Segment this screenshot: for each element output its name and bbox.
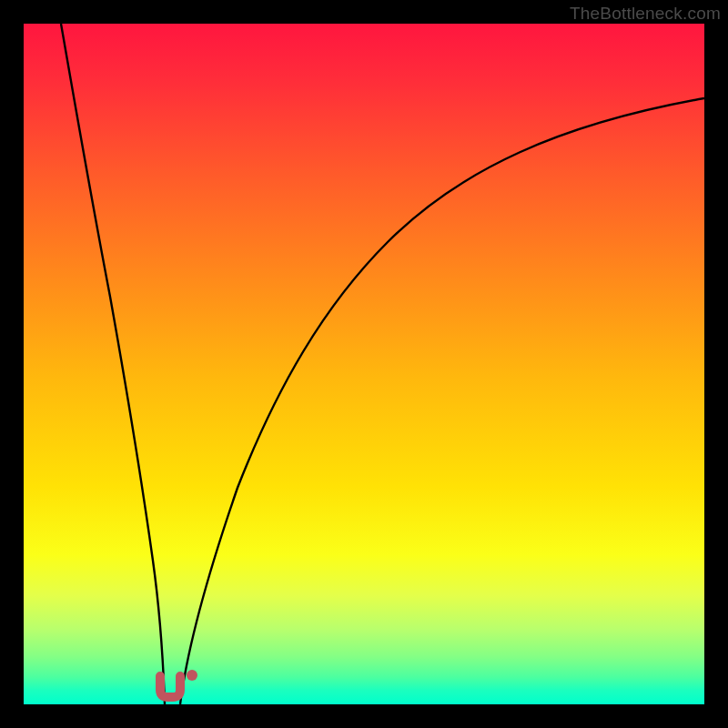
- left-curve: [61, 24, 165, 704]
- watermark-label: TheBottleneck.com: [570, 4, 721, 24]
- u-marker-icon: [160, 676, 180, 697]
- chart-plot-area: [24, 24, 704, 704]
- chart-frame: TheBottleneck.com: [0, 0, 728, 728]
- right-curve: [180, 98, 704, 704]
- dot-marker-icon: [187, 670, 197, 681]
- chart-curves: [24, 24, 704, 704]
